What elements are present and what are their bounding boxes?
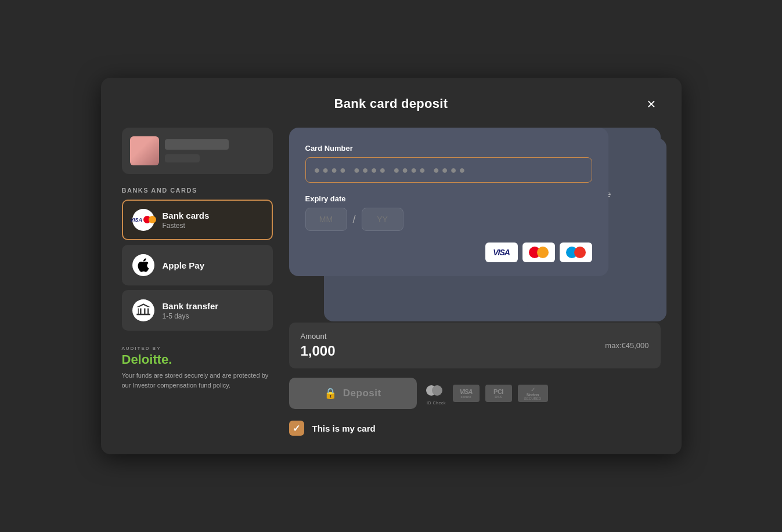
close-button[interactable]: × — [642, 94, 660, 114]
visa-logo: VISA — [485, 243, 518, 262]
expiry-year-input[interactable] — [362, 208, 403, 231]
lock-icon: 🔒 — [324, 387, 337, 400]
apple-pay-icon — [132, 254, 154, 276]
badge-norton: ✓ Norton SECURED — [518, 385, 548, 402]
bank-transfer-sub: 1-5 days — [163, 312, 219, 320]
card-logos: VISA — [305, 243, 592, 262]
amount-max: max:€45,000 — [605, 341, 648, 350]
bank-cards-sub: Fastest — [163, 222, 210, 230]
avatar-image — [130, 136, 159, 165]
sidebar: BANKS AND CARDS VISA Bank cards Fastest — [122, 128, 273, 436]
audited-by-label: AUDITED BY — [122, 346, 273, 351]
mastercard-logo — [522, 243, 555, 262]
bank-cards-text: Bank cards Fastest — [163, 211, 210, 230]
card-form-area: CVV The last 3 digits on the reverse Car… — [289, 128, 661, 313]
card-number-label: Card Number — [305, 144, 592, 153]
amount-box: Amount 1,000 max:€45,000 — [289, 323, 661, 368]
deposit-button-label: Deposit — [343, 388, 381, 399]
badge-visa: VISA secure — [453, 385, 480, 402]
bank-transfer-text: Bank transfer 1-5 days — [163, 301, 219, 320]
avatar-sub-block — [165, 154, 200, 162]
checkbox-check-icon: ✓ — [293, 423, 300, 434]
amount-label: Amount — [301, 332, 336, 341]
deloitte-section: AUDITED BY Deloitte. Your funds are stor… — [122, 346, 273, 390]
my-card-label: This is my card — [312, 424, 376, 433]
expiry-row: / — [305, 208, 592, 231]
bank-transfer-icon — [132, 299, 154, 321]
modal-header: Bank card deposit × — [122, 96, 661, 111]
modal: Bank card deposit × BANKS AND CARDS VISA — [101, 78, 682, 454]
my-card-row: ✓ This is my card — [289, 421, 661, 436]
apple-pay-name: Apple Pay — [163, 260, 205, 270]
security-badges: ID Check VISA secure PCI DSS ✓ — [426, 382, 548, 405]
avatar-name-block — [165, 139, 229, 150]
maestro-logo — [560, 243, 592, 262]
apple-pay-text: Apple Pay — [163, 260, 205, 270]
modal-title: Bank card deposit — [334, 96, 448, 111]
bank-cards-name: Bank cards — [163, 211, 210, 220]
amount-value: 1,000 — [301, 343, 336, 359]
modal-body: BANKS AND CARDS VISA Bank cards Fastest — [122, 128, 661, 436]
expiry-date-label: Expiry date — [305, 194, 592, 203]
badge-pci-dss: PCI DSS — [485, 385, 512, 402]
expiry-month-input[interactable] — [305, 208, 347, 231]
my-card-checkbox[interactable]: ✓ — [289, 421, 304, 436]
card-front: Card Number Expiry date / VISA — [289, 128, 608, 276]
bank-cards-icon: VISA — [132, 209, 154, 231]
expiry-slash: / — [353, 213, 356, 226]
payment-option-bank-transfer[interactable]: Bank transfer 1-5 days — [122, 290, 273, 331]
deposit-row: 🔒 Deposit ID Check VISA — [289, 378, 661, 409]
payment-option-bank-cards[interactable]: VISA Bank cards Fastest — [122, 200, 273, 240]
deposit-button[interactable]: 🔒 Deposit — [289, 378, 417, 409]
user-avatar-card — [122, 128, 273, 174]
bank-transfer-name: Bank transfer — [163, 301, 219, 311]
badge-mastercard: ID Check — [426, 382, 447, 405]
payment-option-apple-pay[interactable]: Apple Pay — [122, 245, 273, 285]
deloitte-description: Your funds are stored securely and are p… — [122, 371, 273, 390]
card-number-input[interactable] — [305, 157, 592, 183]
main-content: CVV The last 3 digits on the reverse Car… — [289, 128, 661, 436]
banks-cards-section-label: BANKS AND CARDS — [122, 187, 273, 194]
deloitte-name: Deloitte. — [122, 352, 273, 367]
